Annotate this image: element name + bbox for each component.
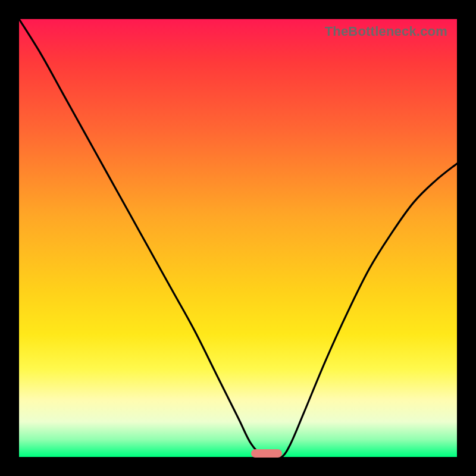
- optimal-range-marker: [251, 449, 282, 458]
- plot-area: TheBottleneck.com: [19, 19, 457, 457]
- watermark-text: TheBottleneck.com: [325, 24, 447, 39]
- bottleneck-curve: [19, 19, 457, 457]
- chart-container: TheBottleneck.com: [0, 0, 476, 476]
